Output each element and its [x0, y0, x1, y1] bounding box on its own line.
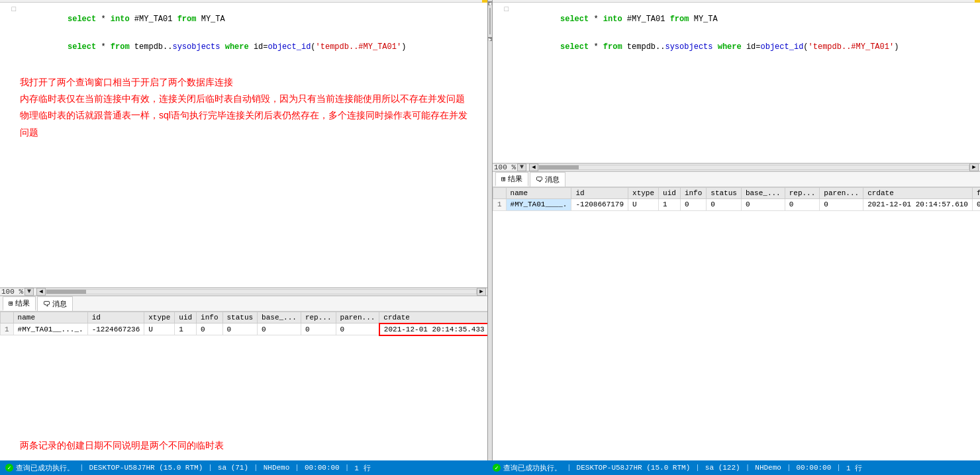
code-line-2-right: select * from tempdb..sysobjects where i… [493, 33, 980, 61]
code-line-1-right: □ select * into #MY_TA01 from MY_TA [493, 5, 980, 33]
bottom-annotation-left: 两条记录的创建日期不同说明是两个不同的临时表 [0, 431, 487, 460]
status-bar-left: ✓ 查询已成功执行。 | DESKTOP-U58J7HR (15.0 RTM) … [5, 463, 487, 473]
zoom-control-right: 100 % ▼ [494, 163, 526, 171]
code-text-right-1: select * into #MY_TA01 from MY_TA [513, 5, 718, 33]
zoom-dropdown-left[interactable]: ▼ [24, 288, 34, 296]
cell-rep-left-1: 0 [301, 324, 336, 335]
cell-crdate-right-1: 2021-12-01 20:14:57.610 [863, 198, 973, 210]
data-table-right: name id xtype uid info status base_... r… [493, 187, 980, 211]
cell-rownum-right-1: 1 [493, 198, 507, 210]
col-rownum-left [1, 312, 14, 324]
cell-xtype-left-1: U [144, 324, 175, 335]
tab-messages-right[interactable]: 🗨 消息 [530, 172, 565, 187]
right-pane-spacer [493, 306, 980, 461]
col-status-right: status [707, 187, 742, 198]
code-editor-left[interactable]: □ select * into #MY_TA01 from MY_TA sele… [0, 3, 487, 288]
cell-paren-right-1: 0 [820, 198, 863, 210]
scroll-left-arrow-right[interactable]: ◀ [529, 163, 538, 171]
col-name-left: name [13, 312, 87, 324]
pane-divider[interactable]: ◀ ▶ [487, 0, 493, 460]
col-rep-right: rep... [785, 187, 820, 198]
zoom-control-left: 100 % ▼ [1, 288, 34, 296]
code-editor-right[interactable]: □ select * into #MY_TA01 from MY_TA sele… [493, 3, 980, 163]
col-base-left: base_... [258, 312, 301, 324]
col-uid-right: uid [659, 187, 681, 198]
results-icon-left: ⊞ [9, 299, 13, 308]
success-icon-right: ✓ [493, 464, 501, 472]
scroll-right-arrow-left[interactable]: ▶ [477, 288, 486, 296]
messages-icon-left: 🗨 [43, 300, 50, 308]
results-table-left[interactable]: name id xtype uid info status base_... r… [0, 312, 487, 431]
cell-name-left-1: #MY_TA01__..._. [13, 324, 87, 335]
col-status-left: status [222, 312, 258, 324]
cell-uid-right-1: 1 [659, 198, 681, 210]
col-info-left: info [197, 312, 222, 324]
col-ftca-right: ftca [972, 187, 980, 198]
scrollbar-track-right[interactable] [538, 165, 969, 170]
cell-info-left-1: 0 [197, 324, 222, 335]
messages-icon-right: 🗨 [536, 175, 543, 184]
bottom-annotation-text-left: 两条记录的创建日期不同说明是两个不同的临时表 [20, 437, 467, 454]
zoom-dropdown-right[interactable]: ▼ [517, 163, 526, 171]
code-text-left-1: select * into #MY_TA01 from MY_TA [20, 5, 225, 33]
col-xtype-right: xtype [628, 187, 659, 198]
line-num-left-1: □ [3, 5, 16, 13]
cell-status-left-1: 0 [222, 324, 258, 335]
scrollbar-thumb-left[interactable] [46, 290, 86, 294]
cell-id-right-1: -1208667179 [571, 198, 628, 210]
col-paren-left: paren... [336, 312, 379, 324]
right-pane: □ select * into #MY_TA01 from MY_TA sele… [493, 0, 980, 460]
status-bar-right: ✓ 查询已成功执行。 | DESKTOP-U58J7HR (15.0 RTM) … [493, 463, 975, 473]
col-base-right: base_... [741, 187, 785, 198]
cell-ftca-right-1: 0 [972, 198, 980, 210]
data-table-left: name id xtype uid info status base_... r… [0, 312, 487, 336]
col-info-right: info [680, 187, 706, 198]
table-row: 1 #MY_TA01____. -1208667179 U 1 0 0 0 0 … [493, 198, 981, 210]
divider-handle [489, 8, 491, 34]
table-header-row-left: name id xtype uid info status base_... r… [1, 312, 488, 324]
results-tabs-right: ⊞ 结果 🗨 消息 [493, 171, 980, 187]
main-content: □ select * into #MY_TA01 from MY_TA sele… [0, 0, 980, 460]
annotation-left: 我打开了两个查询窗口相当于开启了两个数据库连接 内存临时表仅在当前连接中有效，连… [0, 61, 487, 154]
code-line-1-left: □ select * into #MY_TA01 from MY_TA [0, 5, 487, 33]
code-text-right-2: select * from tempdb..sysobjects where i… [513, 33, 899, 61]
scroll-right-arrow-right[interactable]: ▶ [969, 163, 979, 171]
tab-results-left[interactable]: ⊞ 结果 [3, 296, 36, 311]
cell-status-right-1: 0 [707, 198, 742, 210]
cell-id-left-1: -1224667236 [87, 324, 144, 335]
results-icon-right: ⊞ [501, 175, 506, 183]
col-paren-right: paren... [820, 187, 863, 198]
col-id-right: id [571, 187, 628, 198]
col-id-left: id [87, 312, 144, 324]
col-xtype-left: xtype [144, 312, 175, 324]
scrollbar-thumb-right[interactable] [539, 165, 579, 169]
divider-collapse-btn[interactable]: ◀ [488, 1, 492, 5]
success-icon-left: ✓ [5, 464, 13, 472]
line-num-right-1: □ [495, 5, 509, 13]
scrollbar-track-left[interactable] [46, 289, 477, 294]
code-text-left-2: select * from tempdb..sysobjects where i… [20, 33, 406, 61]
hscroll-left[interactable]: 100 % ▼ ◀ ▶ [0, 288, 487, 296]
col-name-right: name [506, 187, 571, 198]
cell-xtype-right-1: U [628, 198, 659, 210]
hscroll-right[interactable]: 100 % ▼ ◀ ▶ [493, 163, 980, 171]
cell-name-right-1: #MY_TA01____. [506, 198, 571, 210]
status-success-right: ✓ 查询已成功执行。 [493, 463, 562, 473]
annotation-text-left: 我打开了两个查询窗口相当于开启了两个数据库连接 内存临时表仅在当前连接中有效，连… [20, 74, 467, 141]
col-rep-left: rep... [301, 312, 336, 324]
col-uid-left: uid [175, 312, 197, 324]
tab-messages-left[interactable]: 🗨 消息 [37, 296, 73, 311]
results-tabs-left: ⊞ 结果 🗨 消息 [0, 296, 487, 312]
cell-crdate-left-1: 2021-12-01 20:14:35.433 [379, 324, 487, 335]
divider-expand-btn[interactable]: ▶ [488, 37, 492, 41]
cell-info-right-1: 0 [680, 198, 706, 210]
code-line-2-left: select * from tempdb..sysobjects where i… [0, 33, 487, 61]
col-rownum-right [493, 187, 507, 198]
table-row: 1 #MY_TA01__..._. -1224667236 U 1 0 0 0 … [1, 324, 488, 335]
tab-results-right[interactable]: ⊞ 结果 [495, 172, 528, 187]
col-crdate-left: crdate [379, 312, 487, 324]
cell-paren-left-1: 0 [336, 324, 379, 335]
status-success-left: ✓ 查询已成功执行。 [5, 463, 74, 473]
scroll-left-arrow-left[interactable]: ◀ [36, 288, 46, 296]
results-table-right[interactable]: name id xtype uid info status base_... r… [493, 187, 980, 306]
